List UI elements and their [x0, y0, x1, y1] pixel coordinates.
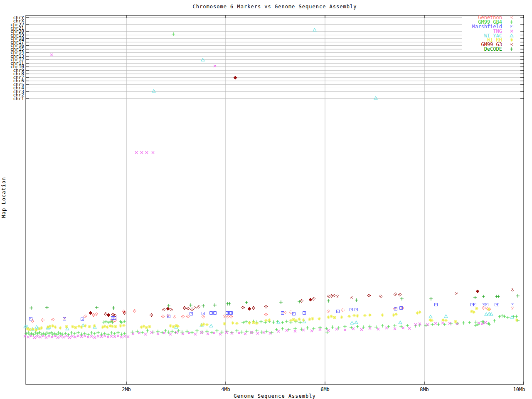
series-gm99-gb4 [25, 32, 520, 336]
plot-canvas [0, 0, 532, 399]
x-tick-label-2Mb: 2Mb [114, 387, 139, 392]
series-marshfield [30, 303, 514, 321]
x-axis-label: Genome Sequence Assembly [26, 393, 524, 399]
series-genethon [31, 306, 514, 323]
legend-entry-decode: DeCODE [440, 47, 502, 52]
x-tick-label-8Mb: 8Mb [412, 387, 437, 392]
chart-title: Chromosome 6 Markers vs Genome Sequence … [26, 4, 524, 10]
x-tick-label-4Mb: 4Mb [213, 387, 238, 392]
chart-figure: Chromosome 6 Markers vs Genome Sequence … [0, 0, 532, 399]
legend-marker-wi-rh [510, 38, 513, 42]
y-axis-label: Map Location [1, 164, 7, 231]
series-decode [30, 294, 520, 310]
chrom-label-chr1: chr1 [1, 96, 24, 101]
x-tick-label-10Mb: 10Mb [507, 387, 532, 392]
series-tng [24, 54, 487, 339]
series-wi-rh [26, 307, 518, 332]
series-gm99-g3 [89, 76, 514, 317]
x-tick-label-6Mb: 6Mb [313, 387, 337, 392]
